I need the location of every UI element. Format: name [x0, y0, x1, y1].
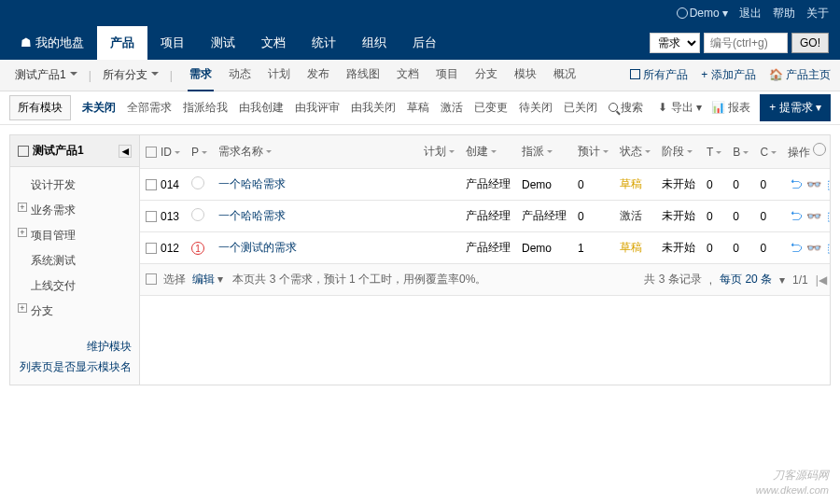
select-all-footer-checkbox[interactable] — [146, 273, 157, 285]
col-actions: 操作 — [782, 135, 831, 169]
collapse-sidebar-button[interactable]: ◀ — [119, 145, 132, 158]
priority-badge — [191, 208, 204, 221]
subnav-tab-5[interactable]: 文档 — [395, 59, 421, 91]
all-modules-button[interactable]: 所有模块 — [9, 95, 71, 120]
filter-9[interactable]: 待关闭 — [519, 100, 553, 116]
case-icon[interactable]: ⬚ — [825, 209, 831, 224]
logout-link[interactable]: 退出 — [739, 6, 762, 21]
subnav-tab-6[interactable]: 项目 — [434, 59, 460, 91]
filter-4[interactable]: 由我评审 — [295, 100, 340, 116]
view-icon[interactable]: 👓 — [806, 177, 821, 192]
col-creator[interactable]: 创建 — [460, 135, 516, 169]
nav-item-7[interactable]: 后台 — [399, 26, 450, 60]
filter-8[interactable]: 已变更 — [474, 100, 508, 116]
about-link[interactable]: 关于 — [806, 6, 829, 21]
story-title-link[interactable]: 一个哈哈需求 — [218, 209, 286, 222]
filter-2[interactable]: 指派给我 — [183, 100, 228, 116]
col-title[interactable]: 需求名称 — [213, 135, 418, 169]
filter-0[interactable]: 未关闭 — [82, 100, 116, 116]
table-row: 013一个哈哈需求产品经理产品经理0激活未开始000⮌👓⬚✎⎇ — [140, 201, 831, 232]
col-b[interactable]: B — [727, 135, 754, 169]
subnav-tab-9[interactable]: 概况 — [552, 59, 578, 91]
tree-node-2[interactable]: +项目管理 — [14, 223, 135, 248]
story-title-link[interactable]: 一个哈哈需求 — [218, 177, 286, 190]
first-page-button[interactable]: |◀ — [816, 273, 827, 287]
expand-icon[interactable]: + — [18, 303, 27, 313]
filter-3[interactable]: 由我创建 — [239, 100, 284, 116]
export-button[interactable]: ⬇ 导出 ▾ — [658, 100, 702, 116]
col-pri[interactable]: P — [186, 135, 213, 169]
col-c[interactable]: C — [754, 135, 782, 169]
search-filter[interactable]: 搜索 — [609, 100, 643, 116]
tree-node-0[interactable]: 设计开发 — [14, 173, 135, 198]
col-status[interactable]: 状态 — [614, 135, 656, 169]
gear-icon[interactable] — [813, 143, 826, 156]
submit-story-button[interactable]: + 提需求 ▾ — [760, 94, 831, 121]
filter-1[interactable]: 全部需求 — [127, 100, 172, 116]
priority-badge — [191, 176, 204, 189]
go-button[interactable]: GO! — [791, 33, 829, 53]
change-icon[interactable]: ⮌ — [788, 209, 803, 224]
filter-5[interactable]: 由我关闭 — [351, 100, 396, 116]
product-selector[interactable]: 测试产品1 — [9, 63, 83, 87]
subnav-tab-7[interactable]: 分支 — [473, 59, 499, 91]
batch-edit-link[interactable]: 编辑 — [192, 273, 215, 286]
subnav-tab-2[interactable]: 计划 — [266, 59, 292, 91]
footer-select-label: 选择 — [163, 273, 186, 286]
subnav-tab-4[interactable]: 路线图 — [344, 59, 382, 91]
col-id[interactable]: ID — [140, 135, 186, 169]
per-page-selector[interactable]: 每页 20 条 — [720, 272, 772, 287]
case-icon[interactable]: ⬚ — [825, 241, 831, 256]
search-input[interactable] — [704, 33, 788, 53]
maintain-module-link[interactable]: 维护模块 — [18, 337, 132, 357]
case-icon[interactable]: ⬚ — [825, 177, 831, 192]
expand-icon[interactable]: + — [18, 203, 27, 212]
tree-node-5[interactable]: +分支 — [14, 299, 135, 324]
tree-node-1[interactable]: +业务需求 — [14, 198, 135, 223]
subnav-tab-8[interactable]: 模块 — [512, 59, 539, 91]
col-plan[interactable]: 计划 — [418, 135, 460, 169]
toggle-module-names-link[interactable]: 列表页是否显示模块名 — [18, 357, 132, 378]
row-checkbox[interactable] — [146, 179, 157, 190]
subnav-tab-3[interactable]: 发布 — [305, 59, 331, 91]
change-icon[interactable]: ⮌ — [788, 241, 803, 256]
nav-item-2[interactable]: 项目 — [147, 26, 198, 60]
story-table: ID P 需求名称 计划 创建 指派 预计 状态 阶段 T B C 操作 014… — [140, 135, 831, 296]
story-table-wrap: ID P 需求名称 计划 创建 指派 预计 状态 阶段 T B C 操作 014… — [140, 134, 831, 385]
change-icon[interactable]: ⮌ — [788, 177, 803, 192]
row-checkbox[interactable] — [146, 243, 157, 254]
user-menu[interactable]: Demo ▾ — [677, 7, 728, 20]
add-product-link[interactable]: + 添加产品 — [701, 67, 755, 83]
col-estimate[interactable]: 预计 — [572, 135, 614, 169]
nav-item-3[interactable]: 测试 — [198, 26, 248, 60]
sidebar-product-name: 测试产品1 — [33, 143, 84, 159]
col-stage[interactable]: 阶段 — [656, 135, 701, 169]
expand-icon[interactable]: + — [18, 228, 27, 237]
tree-node-4[interactable]: 上线交付 — [14, 273, 135, 299]
table-row: 0121一个测试的需求产品经理Demo1草稿未开始000⮌👓⬚✎⎇ — [140, 232, 831, 264]
nav-item-4[interactable]: 文档 — [248, 26, 299, 60]
col-t[interactable]: T — [701, 135, 727, 169]
report-button[interactable]: 📊 报表 — [711, 100, 750, 116]
nav-item-0[interactable]: ☗ 我的地盘 — [7, 26, 97, 60]
tree-node-3[interactable]: 系统测试 — [14, 248, 135, 273]
all-products-link[interactable]: 所有产品 — [630, 67, 688, 83]
search-type-select[interactable]: 需求 — [650, 33, 700, 53]
select-all-checkbox[interactable] — [146, 147, 157, 158]
filter-10[interactable]: 已关闭 — [564, 100, 597, 116]
view-icon[interactable]: 👓 — [806, 241, 821, 256]
nav-item-6[interactable]: 组织 — [349, 26, 399, 60]
row-checkbox[interactable] — [146, 211, 157, 222]
nav-item-5[interactable]: 统计 — [299, 26, 349, 60]
product-home-link[interactable]: 🏠 产品主页 — [769, 67, 831, 83]
help-link[interactable]: 帮助 — [773, 6, 795, 21]
filter-6[interactable]: 草稿 — [407, 100, 429, 116]
view-icon[interactable]: 👓 — [806, 209, 821, 224]
branch-selector[interactable]: 所有分支 — [97, 63, 164, 87]
story-title-link[interactable]: 一个测试的需求 — [218, 241, 297, 254]
subnav-tab-1[interactable]: 动态 — [227, 59, 253, 91]
subnav-tab-0[interactable]: 需求 — [188, 59, 214, 91]
nav-item-1[interactable]: 产品 — [97, 26, 147, 60]
filter-7[interactable]: 激活 — [441, 100, 463, 116]
col-assigned[interactable]: 指派 — [516, 135, 572, 169]
